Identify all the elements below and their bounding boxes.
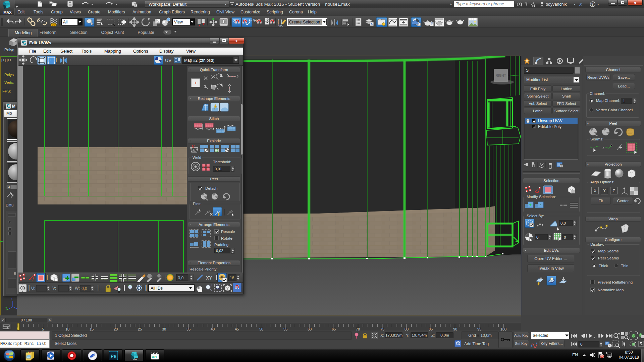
svg-text:ABC: ABC xyxy=(278,24,283,27)
svg-text:▾: ▾ xyxy=(574,3,576,6)
svg-text:odyvanchik: odyvanchik xyxy=(546,2,567,7)
svg-text:0,0: 0,0 xyxy=(82,286,87,291)
svg-text:z: z xyxy=(11,297,12,301)
svg-text:0: 0 xyxy=(536,235,538,239)
svg-text:All IDs: All IDs xyxy=(151,286,163,291)
svg-text:View: View xyxy=(174,20,183,24)
svg-text:V:: V: xyxy=(52,286,56,291)
svg-text:Map #2 (zfh.psd): Map #2 (zfh.psd) xyxy=(184,58,214,63)
svg-text:0: 0 xyxy=(580,342,582,346)
svg-text:+: + xyxy=(529,202,532,207)
svg-text:y: y xyxy=(5,306,7,309)
svg-text:16: 16 xyxy=(230,276,234,280)
svg-text:Create Selection Se: Create Selection Se xyxy=(289,20,326,24)
svg-text:+: + xyxy=(50,58,52,63)
svg-text:W:: W: xyxy=(75,286,80,291)
svg-text:All: All xyxy=(63,20,67,24)
svg-text:0,0: 0,0 xyxy=(560,221,566,225)
svg-text:RIGHT: RIGHT xyxy=(495,74,506,77)
svg-text:0: 0 xyxy=(564,235,566,239)
svg-text:321: 321 xyxy=(152,355,157,359)
svg-text:MAX: MAX xyxy=(133,358,137,360)
svg-text:?: ? xyxy=(591,2,594,6)
svg-text:XY: XY xyxy=(206,275,212,281)
svg-text:▾: ▾ xyxy=(597,3,599,6)
svg-text:U:: U: xyxy=(31,286,36,291)
svg-text:X: X xyxy=(579,2,583,7)
svg-text:UV: UV xyxy=(165,58,172,63)
svg-text:-: - xyxy=(540,202,541,207)
svg-text:Ps: Ps xyxy=(111,354,116,359)
svg-text:V: V xyxy=(192,144,195,149)
svg-text:0,0: 0,0 xyxy=(178,276,183,280)
